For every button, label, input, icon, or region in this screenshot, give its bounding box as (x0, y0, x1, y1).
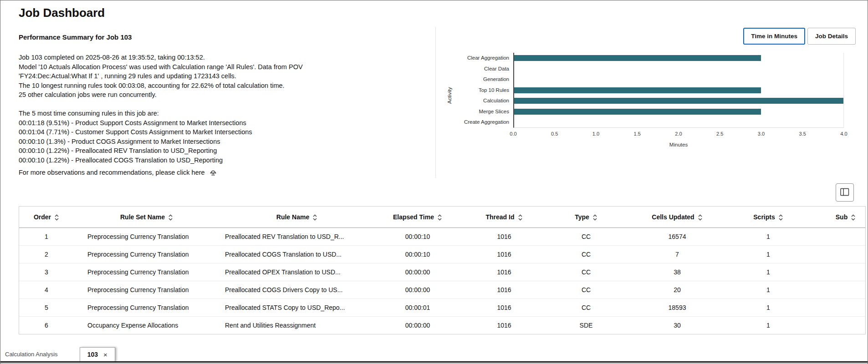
job-details-button[interactable]: Job Details (807, 28, 856, 45)
sort-icon (851, 214, 856, 221)
sort-icon (54, 214, 59, 221)
column-header-label: Sub (836, 213, 848, 221)
advisor-beacon-icon[interactable] (209, 168, 217, 176)
column-header-sub[interactable]: Sub (807, 213, 866, 221)
column-header-type[interactable]: Type (547, 213, 625, 221)
summary-line: Job 103 completed on 2025-08-26 at 19:35… (19, 53, 413, 62)
tab-103[interactable]: 103 × (80, 347, 115, 361)
x-axis-label: Minutes (513, 142, 844, 147)
manage-columns-button[interactable] (836, 183, 854, 202)
table-cell: 3 (19, 268, 74, 276)
chart-category-label: Merge Slices (455, 106, 513, 117)
x-tick-label: 1.0 (592, 131, 599, 136)
column-header-scripts[interactable]: Scripts (730, 213, 807, 221)
column-header-order[interactable]: Order (19, 213, 74, 221)
table-cell: 30 (625, 322, 730, 329)
summary-line: The 10 longest running rules took 00:03:… (19, 81, 413, 91)
column-header-label: Scripts (753, 213, 775, 221)
summary-line: 00:00:10 (1.3%) - Product COGS Assignmen… (19, 137, 413, 147)
category-axis: Clear AggregationClear DataGenerationTop… (455, 53, 513, 128)
summary-line: Model '10 Actuals Allocation Process' wa… (19, 62, 413, 72)
job-dashboard-page: Job Dashboard Performance Summary for Jo… (0, 0, 868, 364)
column-header-elapsed-time[interactable]: Elapsed Time (374, 213, 461, 221)
table-row[interactable]: 3Preprocessing Currency TranslationPreal… (19, 263, 866, 281)
summary-line: 'FY24:Dec:Actual:What If 1' , running 29… (19, 71, 413, 81)
table-cell: 38 (625, 268, 730, 276)
summary-line: The 5 most time consuming rules in this … (19, 109, 413, 118)
column-header-rule-set-name[interactable]: Rule Set Name (74, 213, 220, 221)
rules-table: OrderRule Set NameRule NameElapsed TimeT… (19, 207, 866, 334)
chart-bar-row (514, 117, 843, 128)
table-cell: CC (547, 286, 625, 293)
table-cell: 1016 (461, 268, 547, 276)
table-cell: 1016 (461, 233, 547, 240)
chart-category-label: Calculation (455, 96, 513, 106)
table-cell: 1 (730, 251, 807, 258)
table-cell: 1 (730, 233, 807, 240)
column-header-cells-updated[interactable]: Cells Updated (625, 213, 730, 221)
x-tick-label: 2.0 (675, 131, 682, 136)
activity-bar-chart: Activity Clear AggregationClear DataGene… (444, 53, 858, 153)
table-cell: 1016 (461, 251, 547, 258)
summary-line (19, 100, 413, 109)
x-tick-label: 3.0 (758, 131, 765, 136)
x-tick-label: 0.5 (551, 131, 558, 136)
table-row[interactable]: 5Preprocessing Currency TranslationPreal… (19, 299, 866, 317)
table-row[interactable]: 2Preprocessing Currency TranslationPreal… (19, 246, 866, 263)
table-cell: Preprocessing Currency Translation (74, 268, 220, 276)
summary-text: Job 103 completed on 2025-08-26 at 19:35… (19, 53, 413, 165)
summary-line: 00:01:18 (9.51%) - Product Support Costs… (19, 118, 413, 128)
sort-icon (518, 214, 523, 221)
chart-toggle-group: Time in Minutes Job Details (444, 27, 858, 45)
summary-line: 00:01:04 (7.71%) - Customer Support Cost… (19, 127, 413, 137)
column-header-label: Rule Set Name (120, 213, 165, 221)
recommendations-line: For more observations and recommendation… (19, 168, 413, 176)
table-cell: Preallocated OPEX Translation to USD... (220, 268, 374, 276)
table-cell: 1 (730, 304, 807, 311)
column-header-rule-name[interactable]: Rule Name (220, 213, 374, 221)
table-cell: 1 (19, 233, 74, 240)
table-cell: Preprocessing Currency Translation (74, 286, 220, 293)
table-cell: 18593 (625, 304, 730, 311)
summary-line: 00:00:10 (1.22%) - Preallocated COGS Tra… (19, 156, 413, 165)
chart-bar-row (514, 53, 843, 64)
table-cell: 16574 (625, 233, 730, 240)
table-row[interactable]: 1Preprocessing Currency TranslationPreal… (19, 228, 866, 246)
table-cell: Preallocated REV Translation to USD_R... (220, 233, 374, 240)
page-title: Job Dashboard (19, 6, 105, 20)
table-cell: 6 (19, 322, 74, 329)
column-header-label: Type (575, 213, 589, 221)
x-tick-label: 2.5 (716, 131, 723, 136)
table-cell: 00:00:00 (374, 286, 461, 293)
time-in-minutes-button[interactable]: Time in Minutes (743, 28, 805, 45)
y-axis-label: Activity (447, 87, 452, 104)
summary-line: 00:00:10 (1.22%) - Preallocated REV Tran… (19, 146, 413, 156)
table-row[interactable]: 6Occupancy Expense AllocationsRent and U… (19, 317, 866, 334)
x-tick-label: 0.0 (510, 131, 516, 136)
table-cell: CC (547, 268, 625, 276)
table-cell: Preallocated STATS Copy to USD_Repo... (220, 304, 374, 311)
table-scroll-container[interactable]: OrderRule Set NameRule NameElapsed TimeT… (19, 206, 866, 334)
tab-label: 103 (87, 351, 98, 358)
chart-bar-row (514, 96, 843, 106)
recommendations-text: For more observations and recommendation… (19, 169, 205, 176)
table-cell: Rent and Utilities Reassignment (220, 322, 374, 329)
table-toolbar (19, 183, 866, 202)
manage-columns-icon (840, 188, 849, 197)
chart-bar (514, 87, 761, 93)
chart-bar (514, 98, 843, 104)
chart-bar-row (514, 106, 843, 117)
table-row[interactable]: 4Preprocessing Currency TranslationPreal… (19, 281, 866, 299)
table-body: 1Preprocessing Currency TranslationPreal… (19, 228, 866, 334)
sort-icon (437, 214, 442, 221)
column-header-thread-id[interactable]: Thread Id (461, 213, 547, 221)
x-tick-label: 4.0 (840, 131, 847, 136)
table-cell: 00:00:10 (374, 233, 461, 240)
table-cell: CC (547, 251, 625, 258)
chart-bar-row (514, 85, 843, 96)
bottom-tab-bar: Calculation Analysis 103 × (0, 345, 868, 363)
close-icon[interactable]: × (103, 351, 107, 358)
sort-icon (698, 214, 703, 221)
sort-icon (312, 214, 317, 221)
column-header-label: Thread Id (485, 213, 514, 221)
